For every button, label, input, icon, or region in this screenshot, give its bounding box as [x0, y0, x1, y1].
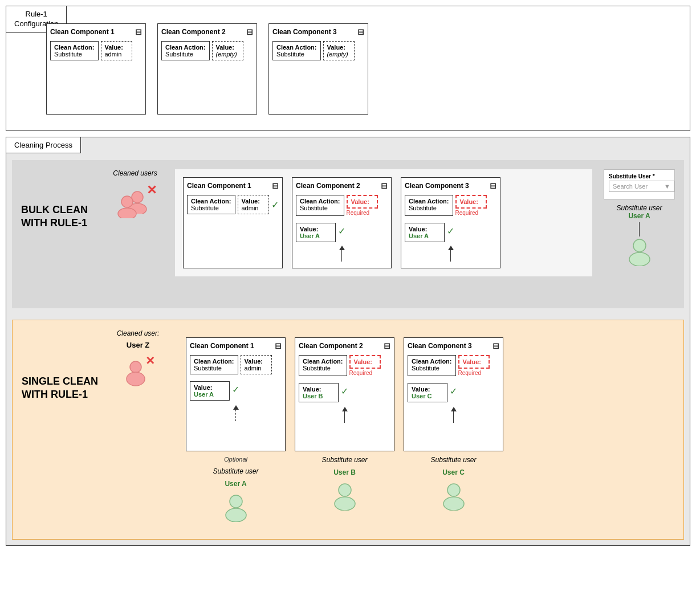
single-component-3: Clean Component 3 ⊟ Clean Action: Substi…	[404, 337, 503, 451]
component-1-action-label: Clean Action:	[54, 44, 95, 51]
single-comp3-title: Clean Component 3 ⊟	[408, 341, 499, 350]
single-comp2-checkmark: ✓	[341, 386, 348, 397]
single-comp2-filled-row: Value: User B ✓	[299, 380, 390, 402]
single-comp3-action-label: Clean Action:	[412, 358, 452, 365]
bulk-comp3-required-box: Value:	[455, 195, 487, 209]
component-3-icon: ⊟	[357, 27, 364, 36]
component-3-title-text: Clean Component 3	[272, 28, 337, 36]
top-component-2: Clean Component 2 ⊟ Clean Action: Substi…	[157, 23, 257, 115]
component-1-title-text: Clean Component 1	[50, 28, 115, 36]
substitute-user-form: Substitute User * Search User ▼	[604, 169, 675, 199]
svg-point-8	[230, 495, 242, 508]
single-clean-title-line1: SINGLE CLEAN	[22, 375, 98, 388]
component-1-title: Clean Component 1 ⊟	[50, 27, 142, 36]
bulk-comp3-action-value: Substitute	[409, 205, 449, 211]
component-3-title: Clean Component 3 ⊟	[272, 27, 364, 36]
bulk-comp2-filled-row: Value: User A ✓	[296, 219, 388, 242]
component-2-action-label: Clean Action:	[165, 44, 206, 51]
component-1-icon: ⊟	[135, 27, 142, 36]
single-comp1-action-row: Clean Action: Substitute Value: admin	[190, 355, 282, 374]
single-comp2-action-row: Clean Action: Substitute Value: Required	[299, 355, 390, 376]
single-comp1-filled-value: User A	[194, 391, 226, 398]
bulk-comp1-checkmark: ✓	[271, 199, 279, 210]
svg-point-11	[335, 497, 355, 511]
bulk-comp3-action-label: Clean Action:	[409, 198, 449, 205]
single-comp1-arrow-area	[190, 405, 282, 421]
single-component-1: Clean Component 1 ⊟ Clean Action: Substi…	[186, 337, 286, 451]
svg-point-13	[443, 497, 464, 511]
bulk-comp3-filled-value: User A	[409, 232, 441, 239]
component-3-action-row: Clean Action: Substitute Value: (empty)	[272, 41, 364, 60]
single-clean-label: SINGLE CLEAN WITH RULE-1	[22, 329, 98, 402]
bulk-comp2-action-row: Clean Action: Substitute Value: Required	[296, 195, 388, 216]
single-comp3-required-label: Value:	[463, 358, 485, 365]
top-component-3: Clean Component 3 ⊟ Clean Action: Substi…	[268, 23, 368, 115]
cleaned-users-area: Cleaned users ✕	[107, 169, 164, 226]
cleaned-users-icon-group: ✕	[112, 183, 158, 226]
single-comp3-checkmark: ✓	[450, 386, 457, 397]
bulk-comp1-title: Clean Component 1 ⊟	[187, 181, 279, 190]
single-comp2-filled-box: Value: User B	[299, 383, 339, 402]
single-comp1-sub-user-name: User A	[225, 480, 246, 488]
bulk-comp2-action-box: Clean Action: Substitute	[296, 195, 344, 216]
single-comp2-required-label: Value:	[354, 358, 376, 365]
single-comp3-required-text: Required	[458, 370, 490, 376]
substitute-field-label: Substitute User *	[609, 173, 670, 180]
single-comp3-filled-label: Value:	[412, 386, 443, 393]
component-3-value-content: (empty)	[327, 51, 351, 58]
bulk-comp1-icon: ⊟	[272, 181, 279, 190]
single-comp1-value-label: Value:	[245, 358, 268, 365]
component-3-value-box: Value: (empty)	[323, 41, 355, 60]
bulk-comp2-action-label: Clean Action:	[300, 198, 340, 205]
single-comp1-sub-user-label: Substitute user	[213, 467, 258, 475]
single-comp3-sub-user-name: User C	[442, 468, 465, 476]
bulk-component-1: Clean Component 1 ⊟ Clean Action: Substi…	[183, 177, 283, 268]
component-2-action-box: Clean Action: Substitute	[161, 41, 210, 60]
bulk-component-3: Clean Component 3 ⊟ Clean Action: Substi…	[401, 177, 500, 268]
bulk-comp1-title-text: Clean Component 1	[187, 182, 251, 190]
svg-point-7	[127, 372, 145, 386]
bulk-clean-area: BULK CLEAN WITH RULE-1 Cleaned users ✕	[12, 160, 684, 308]
single-comp1-filled-box: Value: User A	[190, 381, 230, 401]
single-comp2-sub-user-label: Substitute user	[321, 456, 367, 464]
component-1-value-content: admin	[105, 51, 128, 58]
bulk-comp3-required-label: Value:	[460, 198, 482, 205]
bulk-comp2-checkmark: ✓	[338, 226, 345, 236]
single-comp3-action-box: Clean Action: Substitute	[408, 355, 456, 376]
component-1-value-label: Value:	[105, 44, 128, 51]
component-1-action-box: Clean Action: Substitute	[50, 41, 99, 60]
bulk-component-2: Clean Component 2 ⊟ Clean Action: Substi…	[292, 177, 392, 268]
component-2-action-value: Substitute	[165, 51, 206, 58]
single-comp1-value-content: admin	[245, 365, 268, 372]
svg-point-6	[130, 361, 141, 373]
bulk-comp3-checkmark: ✓	[447, 226, 454, 236]
svg-point-3	[118, 208, 136, 218]
single-component-3-col: Clean Component 3 ⊟ Clean Action: Substi…	[404, 337, 503, 522]
bulk-comp3-action-box: Clean Action: Substitute	[405, 195, 453, 216]
single-cleaned-user-area: Cleaned user: User Z ✕	[109, 329, 166, 394]
component-1-action-row: Clean Action: Substitute Value: admin	[50, 41, 142, 60]
bulk-comp1-value-box: Value: admin	[238, 195, 269, 214]
single-comp2-sub-user-icon	[332, 481, 358, 511]
bulk-comp3-required-text: Required	[455, 210, 487, 216]
single-component-1-col: Clean Component 1 ⊟ Clean Action: Substi…	[186, 337, 286, 522]
cleaning-process-label: Cleaning Process	[6, 137, 81, 153]
component-2-value-content: (empty)	[216, 51, 239, 58]
single-cleaned-username: User Z	[127, 341, 149, 349]
single-comp2-arrow-area	[299, 407, 390, 423]
single-cleaned-user-text: Cleaned user:	[117, 329, 160, 337]
svg-point-4	[633, 239, 646, 252]
bulk-comp3-icon: ⊟	[490, 181, 496, 190]
single-comp1-filled-row: Value: User A ✓	[190, 378, 282, 401]
substitute-search-box[interactable]: Search User ▼	[609, 181, 674, 192]
bulk-clean-label: BULK CLEAN WITH RULE-1	[21, 169, 95, 230]
bulk-comp2-title: Clean Component 2 ⊟	[296, 181, 388, 190]
bulk-comp3-arrow	[405, 246, 496, 262]
bulk-comp3-filled-row: Value: User A ✓	[405, 219, 496, 242]
single-comp2-required-text: Required	[349, 370, 381, 376]
single-user-icon	[123, 358, 148, 387]
single-comp3-icon: ⊟	[493, 341, 499, 350]
single-comp2-title: Clean Component 2 ⊟	[299, 341, 390, 350]
bulk-components-area: Clean Component 1 ⊟ Clean Action: Substi…	[175, 169, 592, 276]
cleaning-process-section: Cleaning Process BULK CLEAN WITH RULE-1 …	[6, 137, 690, 546]
